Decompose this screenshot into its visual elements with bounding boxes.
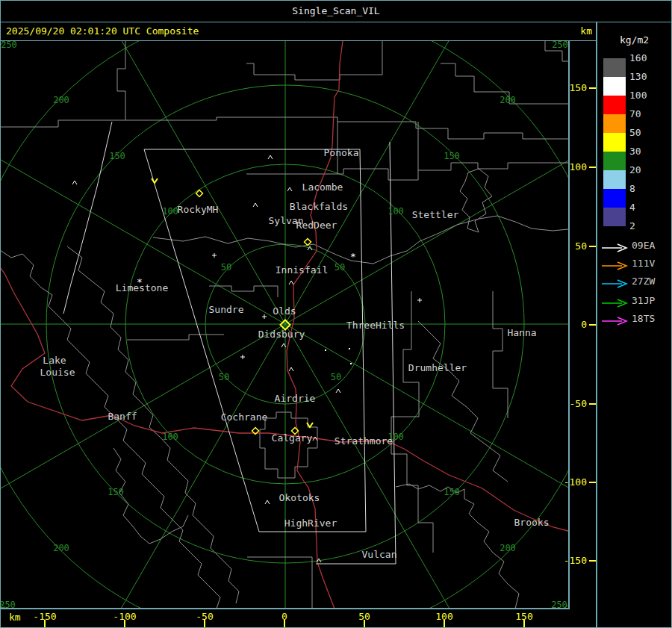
city-label: Olds <box>273 305 296 317</box>
county-boundary-line <box>418 321 508 482</box>
bottom-axis-tick <box>124 620 125 627</box>
city-label: Hanna <box>507 327 536 338</box>
colorbar-swatch <box>603 77 626 96</box>
map-border-right <box>568 40 570 609</box>
city-label: Louise <box>40 367 75 378</box>
county-boundary-line <box>246 41 382 80</box>
town-caret-marker <box>289 281 293 285</box>
station-label: 27ZW <box>632 276 655 287</box>
town-dot-marker <box>350 363 352 364</box>
colorbar-swatch <box>603 208 626 226</box>
colorbar-swatch <box>603 114 626 133</box>
town-plus-marker <box>212 253 217 258</box>
city-label: Sundre <box>209 304 244 315</box>
city-label: Stettler <box>412 209 459 220</box>
colorbar-value: 50 <box>629 127 641 138</box>
station-arrow-icon <box>601 277 629 291</box>
header-divider <box>0 40 597 41</box>
colorbar-swatch <box>603 170 626 189</box>
city-label: RockyMH <box>178 204 219 215</box>
ring-distance-label: 200 <box>53 543 69 553</box>
county-boundary-line <box>209 286 278 297</box>
right-axis-tick-label: 50 <box>563 240 587 252</box>
city-label: Banff <box>108 411 137 422</box>
ring-distance-label: 150 <box>108 487 124 497</box>
station-label: 18TS <box>632 313 655 324</box>
town-plus-marker <box>417 298 422 302</box>
colorbar-swatch <box>603 189 626 208</box>
colorbar-swatch <box>603 152 626 170</box>
ring-distance-label: 200 <box>500 95 516 105</box>
city-label: Limestone <box>116 282 169 293</box>
city-label: Okotoks <box>279 492 320 503</box>
city-label: Cochrane <box>221 411 268 423</box>
town-dot-marker <box>325 349 326 351</box>
ring-distance-label: 150 <box>109 151 125 161</box>
bottom-axis-tick <box>364 620 365 627</box>
app-window: Single_Scan_VIL 2025/09/20 02:01:20 UTC … <box>0 0 672 628</box>
ring-distance-label: 50 <box>221 262 231 273</box>
town-plus-marker <box>240 355 245 359</box>
ring-distance-label: 100 <box>162 206 178 217</box>
bottom-axis-tick <box>523 620 525 627</box>
bottom-axis-tick <box>444 620 445 627</box>
county-boundary-line <box>0 117 568 139</box>
radial-line <box>75 324 286 609</box>
station-label: 31JP <box>632 295 655 306</box>
right-axis-tick-label: -150 <box>563 555 587 566</box>
bottom-axis-tick <box>284 620 285 627</box>
city-label: Lacombe <box>302 181 343 193</box>
coverage-boundary <box>63 122 112 314</box>
city-label: Ponoka <box>324 147 359 158</box>
ring-distance-label: 150 <box>444 487 460 497</box>
ring-distance-label: 100 <box>388 206 404 217</box>
county-boundary-line <box>117 41 125 120</box>
city-label: Drumheller <box>408 362 467 373</box>
radial-line <box>75 41 286 324</box>
panel-divider <box>596 22 597 628</box>
bottom-axis-tick <box>204 620 205 627</box>
town-caret-marker <box>268 155 273 159</box>
town-caret-marker <box>289 367 293 371</box>
colorbar-value: 160 <box>629 52 647 63</box>
town-plus-marker <box>262 314 267 319</box>
colorbar-value: 2 <box>629 220 635 231</box>
city-label: Brooks <box>514 517 550 528</box>
county-boundary-line <box>67 246 239 603</box>
station-arrow-icon <box>601 241 629 255</box>
titlebar-divider <box>0 22 672 22</box>
town-star-marker: * <box>350 251 356 262</box>
colorbar-swatch <box>603 133 626 152</box>
county-boundary-line <box>113 448 188 544</box>
radar-site-diamond-icon <box>305 239 311 246</box>
radar-map-canvas[interactable]: 5050505010010010010015015015015020020020… <box>0 41 568 609</box>
right-axis-tick-label: 150 <box>563 82 587 93</box>
right-axis-unit-label: km <box>570 25 592 37</box>
ring-distance-label: 150 <box>444 151 460 161</box>
bottom-axis-tick <box>44 620 46 627</box>
radial-line <box>285 324 568 535</box>
town-caret-marker <box>265 500 270 504</box>
colorbar-value: 4 <box>629 202 635 213</box>
window-title: Single_Scan_VIL <box>0 0 672 22</box>
right-axis-tick-label: 100 <box>563 161 587 172</box>
colorbar-value: 100 <box>629 90 647 101</box>
station-label: 09EA <box>632 240 655 251</box>
city-label: HighRiver <box>284 517 337 529</box>
colorbar-swatch <box>603 58 626 77</box>
town-caret-marker <box>336 389 340 393</box>
county-boundary-line <box>153 216 568 264</box>
city-label: Airdrie <box>275 393 316 404</box>
county-boundary-line <box>260 412 317 478</box>
station-arrow-icon <box>601 314 629 329</box>
ring-distance-label: 50 <box>335 262 345 273</box>
right-axis-tick-label: -100 <box>563 476 587 488</box>
city-label: Vulcan <box>362 549 397 560</box>
station-label: 111V <box>632 258 655 269</box>
city-label: RedDeer <box>296 220 337 231</box>
colorbar-value: 8 <box>629 183 635 194</box>
radar-site-arrow-icon <box>152 178 158 183</box>
city-label: Strathmore <box>335 435 393 447</box>
city-label: ThreeHills <box>346 320 405 331</box>
county-boundary-line <box>247 557 312 609</box>
